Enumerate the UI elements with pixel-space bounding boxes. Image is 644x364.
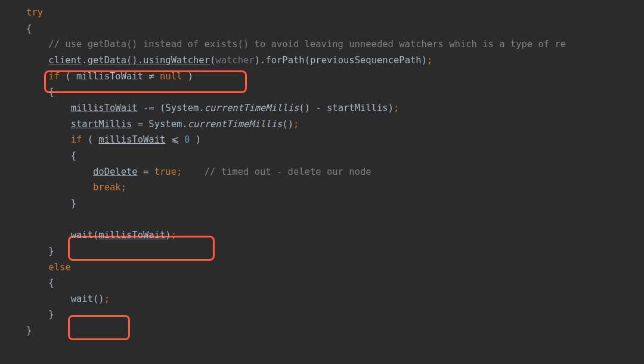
code-line: } (26, 307, 644, 323)
keyword-true: true (154, 166, 177, 177)
var-millisToWait: millisToWait (71, 103, 138, 113)
code-line: { (26, 21, 644, 37)
param-watcher: watcher (215, 55, 254, 66)
code-line: } (26, 323, 644, 339)
keyword-else: else (48, 262, 70, 273)
brace-open: { (26, 23, 32, 34)
code-line: wait(); (26, 291, 644, 307)
code-line: { (26, 275, 644, 291)
var-doDelete: doDelete (93, 166, 138, 177)
keyword-try: try (26, 7, 43, 18)
call-getData: getData (88, 55, 126, 66)
code-line: doDelete = true; // timed out - delete o… (26, 164, 644, 180)
keyword-if: if (48, 71, 60, 82)
code-line: else (26, 260, 644, 276)
code-line: if ( millisToWait ⩽ 0 ) (26, 132, 644, 148)
var-startMillis: startMillis (71, 119, 132, 129)
code-line: try (26, 5, 644, 21)
var-millisToWait: millisToWait (98, 134, 165, 145)
brace-open: { (48, 87, 54, 97)
literal-zero: 0 (184, 134, 190, 145)
var-startMillis: startMillis (327, 103, 388, 113)
code-line: // use getData() instead of exists() to … (26, 36, 644, 53)
comment: // timed out - delete our node (205, 166, 371, 177)
keyword-break: break (93, 182, 121, 193)
class-System: System (165, 103, 199, 113)
code-line: wait(millisToWait); (26, 227, 644, 243)
call-currentTimeMillis: currentTimeMillis (205, 103, 299, 113)
code-line-empty (26, 212, 644, 228)
keyword-if: if (71, 134, 82, 145)
var-millisToWait: millisToWait (76, 71, 143, 82)
brace-close: } (26, 325, 32, 336)
op-neq: ≠ (148, 69, 154, 85)
code-line: } (26, 243, 644, 260)
call-wait: wait (71, 230, 93, 240)
call-currentTimeMillis: currentTimeMillis (188, 119, 283, 129)
code-line: break; (26, 180, 644, 196)
var-millisToWait: millisToWait (98, 230, 165, 240)
call-usingWatcher: usingWatcher (143, 55, 210, 66)
var-client: client (48, 55, 82, 66)
call-forPath: forPath (265, 55, 304, 66)
brace-close: } (48, 309, 54, 320)
brace-open: { (71, 150, 76, 161)
var-previousSequencePath: previousSequencePath (310, 55, 422, 66)
code-line: millisToWait -= (System.currentTimeMilli… (26, 100, 644, 116)
class-System: System (148, 119, 182, 129)
code-line: if ( millisToWait ≠ null ) (26, 69, 644, 85)
code-line: { (26, 84, 644, 100)
code-line: startMillis = System.currentTimeMillis()… (26, 116, 644, 132)
code-line: client.getData().usingWatcher(watcher).f… (26, 53, 644, 69)
code-editor[interactable]: try { // use getData() instead of exists… (26, 5, 644, 339)
brace-close: } (48, 246, 54, 257)
keyword-null: null (160, 71, 182, 82)
call-wait: wait (71, 294, 93, 304)
comment: // use getData() instead of exists() to … (48, 39, 566, 50)
code-line: } (26, 196, 644, 212)
op-lte: ⩽ (171, 132, 179, 148)
brace-close: } (71, 198, 76, 209)
brace-open: { (48, 277, 54, 288)
code-line: { (26, 148, 644, 164)
